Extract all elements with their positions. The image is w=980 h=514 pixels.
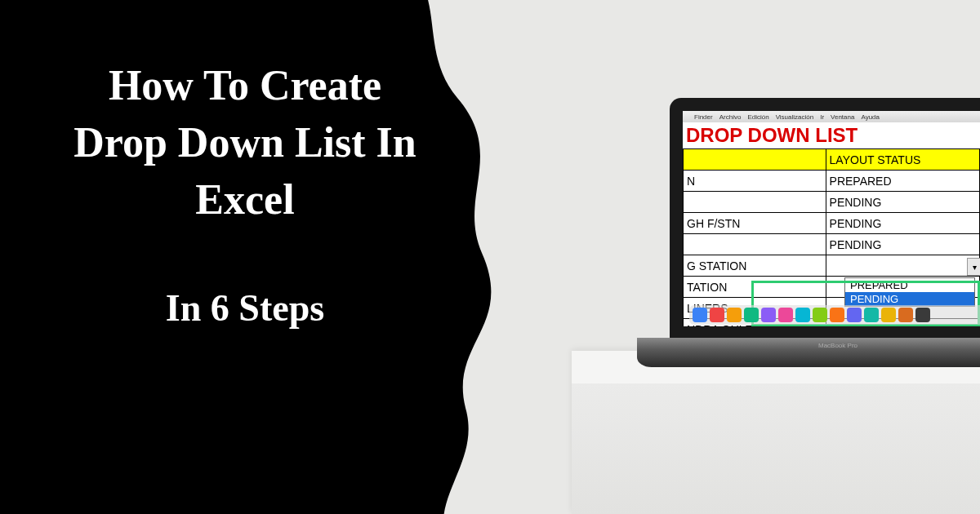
dock-app-icon[interactable] [915, 308, 930, 322]
dropdown-list[interactable]: PREPARED PENDING [844, 277, 975, 307]
sheet-title: DROP DOWN LIST [683, 122, 980, 148]
menu-item[interactable]: Ir [820, 113, 824, 121]
cell[interactable]: PREPARED [826, 171, 979, 192]
dock-app-icon[interactable] [693, 308, 707, 322]
cell[interactable]: GH F/STN [684, 213, 826, 234]
dock-app-icon[interactable] [830, 308, 844, 322]
title-line: Excel [49, 171, 441, 228]
dock-app-icon[interactable] [710, 308, 724, 322]
menu-item[interactable]: Finder [694, 113, 713, 121]
dock-app-icon[interactable] [727, 308, 742, 322]
dock-app-icon[interactable] [813, 308, 827, 322]
cell[interactable]: TATION [684, 277, 826, 298]
dock-app-icon[interactable] [778, 308, 793, 322]
cell[interactable] [684, 234, 826, 255]
cell[interactable]: PENDING [826, 213, 979, 234]
title-line: How To Create [49, 57, 441, 114]
cell[interactable]: N [684, 171, 826, 192]
cell[interactable]: PENDING [826, 234, 979, 255]
menu-item[interactable]: Archivo [719, 113, 742, 121]
laptop: Finder Archivo Edición Visualización Ir … [670, 98, 980, 367]
header-cell[interactable]: LAYOUT STATUS [826, 149, 979, 171]
cell[interactable] [684, 192, 826, 213]
subtitle: In 6 Steps [49, 286, 441, 330]
dock-app-icon[interactable] [898, 308, 913, 322]
menu-item[interactable]: Edición [747, 113, 768, 121]
dropdown-option[interactable]: PREPARED [845, 278, 974, 292]
laptop-screen: Finder Archivo Edición Visualización Ir … [683, 111, 980, 326]
desk-front [572, 383, 980, 514]
menu-item[interactable]: Ventana [831, 113, 854, 121]
header-cell[interactable] [684, 149, 826, 171]
menu-item[interactable]: Ayuda [861, 113, 880, 121]
cell[interactable]: PENDING [826, 192, 979, 213]
dock-app-icon[interactable] [847, 308, 862, 322]
laptop-brand-label: MacBook Pro [818, 342, 858, 349]
dock-app-icon[interactable] [795, 308, 810, 322]
menu-item[interactable]: Visualización [776, 113, 814, 121]
laptop-base [637, 338, 980, 367]
cell[interactable]: G STATION [684, 255, 826, 277]
title-line: Drop Down List In [49, 114, 441, 171]
cell[interactable] [826, 255, 979, 277]
dropdown-arrow-icon[interactable]: ▾ [967, 258, 980, 276]
macos-menubar: Finder Archivo Edición Visualización Ir … [683, 111, 980, 122]
laptop-bezel: Finder Archivo Edición Visualización Ir … [670, 98, 980, 343]
dock-app-icon[interactable] [744, 308, 759, 322]
dropdown-option-selected[interactable]: PENDING [845, 292, 974, 306]
dock-app-icon[interactable] [761, 308, 776, 322]
macos-dock[interactable] [689, 305, 980, 325]
hero-title: How To Create Drop Down List In Excel In… [49, 57, 441, 330]
dock-app-icon[interactable] [864, 308, 879, 322]
dock-app-icon[interactable] [881, 308, 896, 322]
